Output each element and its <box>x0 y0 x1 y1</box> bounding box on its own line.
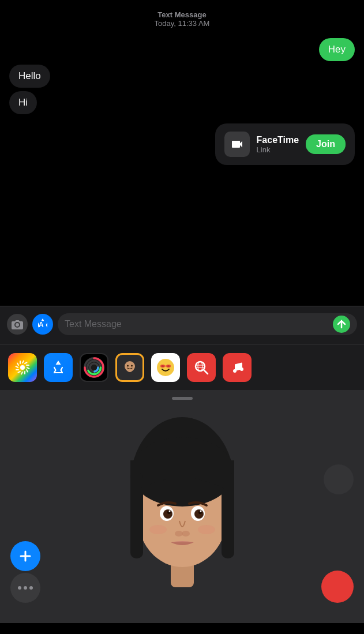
app-row <box>0 344 364 390</box>
facetime-icon <box>224 132 250 157</box>
timestamp-header: Text Message Today, 11:33 AM <box>0 0 364 32</box>
svg-rect-5 <box>26 365 29 366</box>
message-title: Text Message <box>0 10 364 19</box>
message-timestamp: Today, 11:33 AM <box>0 19 364 28</box>
svg-rect-2 <box>20 361 21 364</box>
message-bubble-in-hi: Hi <box>9 91 37 114</box>
facetime-text: FaceTime Link <box>257 135 299 154</box>
join-button[interactable]: Join <box>306 134 346 154</box>
appstore-icon: A <box>36 318 49 331</box>
appstore-large-icon <box>50 359 66 376</box>
record-button[interactable] <box>321 571 354 603</box>
right-side-icon <box>324 464 354 494</box>
drag-indicator <box>172 397 193 400</box>
svg-rect-7 <box>26 369 29 372</box>
svg-rect-8 <box>24 371 25 374</box>
svg-point-54 <box>175 531 183 537</box>
search-icon <box>193 359 209 376</box>
facetime-bubble: FaceTime Link Join <box>215 123 355 165</box>
svg-rect-4 <box>24 361 28 364</box>
add-button[interactable] <box>10 541 40 571</box>
dot-1 <box>18 586 21 590</box>
svg-rect-13 <box>17 362 20 366</box>
svg-rect-45 <box>222 472 234 558</box>
svg-rect-9 <box>21 371 24 374</box>
svg-rect-30 <box>166 365 171 367</box>
camera-icon <box>12 319 23 329</box>
svg-rect-3 <box>22 360 25 363</box>
svg-point-37 <box>233 369 237 373</box>
app-icon-search[interactable] <box>187 353 216 382</box>
app-icon-photos[interactable] <box>8 353 37 382</box>
dot-2 <box>24 586 27 590</box>
memoji-panel <box>0 401 364 623</box>
text-input-placeholder: Text Message <box>65 319 333 329</box>
activity-icon <box>81 355 107 380</box>
svg-point-55 <box>182 531 190 537</box>
camera-button[interactable] <box>7 314 28 335</box>
svg-point-56 <box>149 525 167 534</box>
messages-container: Hey Hello Hi FaceTime Link Join <box>0 32 364 171</box>
facetime-subtitle: Link <box>257 145 299 154</box>
drag-indicator-container <box>0 390 364 401</box>
more-options-button[interactable] <box>10 573 40 603</box>
svg-point-53 <box>200 510 201 512</box>
svg-point-38 <box>240 367 243 371</box>
svg-point-34 <box>198 362 202 371</box>
memoji-emoji-icon <box>156 358 175 377</box>
facetime-title: FaceTime <box>257 135 299 145</box>
chat-area: Text Message Today, 11:33 AM Hey Hello H… <box>0 0 364 306</box>
svg-rect-11 <box>16 369 19 370</box>
svg-point-24 <box>127 365 129 366</box>
svg-point-49 <box>194 509 204 519</box>
svg-rect-44 <box>130 472 143 558</box>
input-bar: A Text Message <box>0 306 364 342</box>
svg-point-25 <box>131 365 133 366</box>
svg-rect-6 <box>27 366 30 369</box>
photos-icon <box>14 359 31 376</box>
memoji-camera-icon <box>121 359 138 376</box>
plus-icon <box>18 549 32 563</box>
app-row-container <box>0 342 364 390</box>
dot-3 <box>29 586 33 590</box>
app-icon-appstore[interactable] <box>44 353 73 382</box>
svg-point-48 <box>163 509 172 519</box>
svg-rect-10 <box>17 370 21 373</box>
music-note-icon <box>229 359 245 376</box>
appstore-button[interactable]: A <box>32 314 53 335</box>
send-arrow-icon <box>337 320 346 329</box>
app-icon-music[interactable] <box>223 353 252 382</box>
message-bubble-out-hey: Hey <box>319 38 355 61</box>
app-icon-memoji-emoji[interactable] <box>151 353 180 382</box>
memoji-avatar <box>107 414 257 610</box>
svg-point-52 <box>168 510 170 512</box>
svg-point-14 <box>20 365 25 370</box>
svg-point-57 <box>198 525 215 534</box>
message-bubble-in-hello: Hello <box>9 65 50 88</box>
svg-rect-29 <box>160 365 165 367</box>
svg-point-26 <box>157 359 174 376</box>
app-icon-activity[interactable] <box>80 353 108 382</box>
svg-rect-12 <box>15 365 18 368</box>
svg-text:A: A <box>39 321 44 329</box>
text-input-field[interactable]: Text Message <box>58 313 357 335</box>
video-camera-icon <box>230 137 244 151</box>
send-button[interactable] <box>333 316 350 333</box>
app-icon-memoji-camera[interactable] <box>115 353 144 382</box>
svg-line-33 <box>204 370 208 374</box>
